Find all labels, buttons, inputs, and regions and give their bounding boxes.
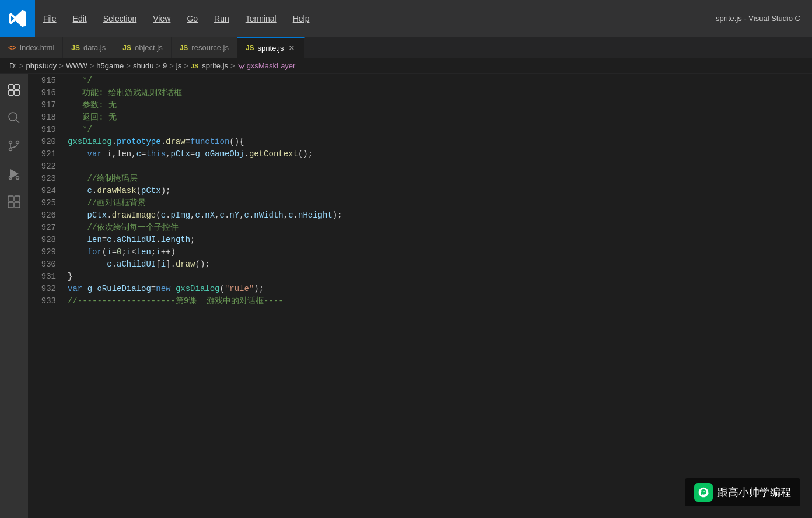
activity-search[interactable] [2, 106, 26, 130]
menu-view[interactable]: View [145, 0, 178, 37]
svg-rect-13 [8, 196, 13, 201]
code-line-932: var g_oRuleDialog=new gxsDialog("rule"); [68, 283, 812, 295]
activity-run-debug[interactable] [2, 162, 26, 186]
breadcrumb-h5game: h5game [96, 61, 124, 70]
vscode-logo [0, 0, 35, 37]
tab-label: resource.js [191, 43, 229, 52]
svg-rect-2 [9, 90, 13, 95]
breadcrumb: D: > phpstudy > WWW > h5game > shudu > 9… [0, 58, 812, 74]
line-numbers: 915 916 917 918 919 920 921 922 923 924 … [28, 74, 63, 518]
svg-rect-14 [15, 196, 20, 201]
code-content: */ 功能: 绘制游戏规则对话框 参数: 无 返回: 无 */ [63, 74, 812, 518]
code-line-928: len=c.aChildUI.length; [68, 234, 812, 246]
svg-point-8 [9, 148, 12, 151]
tab-resource-js[interactable]: JS resource.js [172, 37, 237, 58]
code-line-916: 功能: 绘制游戏规则对话框 [68, 87, 812, 99]
js-icon: JS [123, 44, 131, 52]
menu-edit[interactable]: Edit [65, 0, 95, 37]
breadcrumb-function: gxsMaskLayer [237, 61, 296, 71]
tab-sprite-js[interactable]: JS sprite.js ✕ [237, 37, 305, 58]
svg-rect-0 [9, 85, 13, 89]
svg-line-5 [16, 120, 20, 124]
tab-close-button[interactable]: ✕ [287, 43, 296, 52]
breadcrumb-shudu: shudu [133, 61, 153, 70]
code-line-931: } [68, 271, 812, 283]
tab-bar: <> index.html JS data.js JS object.js JS… [0, 37, 812, 58]
js-icon: JS [246, 44, 254, 52]
tab-data-js[interactable]: JS data.js [63, 37, 114, 58]
tab-object-js[interactable]: JS object.js [114, 37, 171, 58]
tab-label: data.js [83, 43, 106, 52]
code-line-924: c.drawMask(pCtx); [68, 185, 812, 197]
menu-file[interactable]: File [35, 0, 65, 37]
tab-label: object.js [135, 43, 163, 52]
titlebar: File Edit Selection View Go Run Terminal… [0, 0, 812, 37]
activity-bar [0, 74, 28, 518]
svg-rect-1 [15, 85, 19, 89]
breadcrumb-filename: sprite.js [202, 61, 228, 70]
main-layout: 915 916 917 918 919 920 921 922 923 924 … [0, 74, 812, 518]
breadcrumb-www: WWW [66, 61, 88, 70]
menu-help[interactable]: Help [285, 0, 318, 37]
code-line-933: //--------------------第9课 游戏中的对话框---- [68, 295, 812, 307]
code-line-930: c.aChildUI[i].draw(); [68, 258, 812, 271]
code-editor: 915 916 917 918 919 920 921 922 923 924 … [28, 74, 812, 518]
code-line-921: var i,len,c=this,pCtx=g_oGameObj.getCont… [68, 148, 812, 160]
wechat-icon [694, 483, 713, 502]
activity-explorer[interactable] [2, 78, 26, 102]
menu-go[interactable]: Go [178, 0, 206, 37]
code-line-922 [68, 160, 812, 173]
activity-source-control[interactable] [2, 134, 26, 158]
svg-point-7 [16, 141, 19, 144]
breadcrumb-js: js [176, 61, 181, 70]
code-line-926: pCtx.drawImage(c.pImg,c.nX,c.nY,c.nWidth… [68, 209, 812, 222]
svg-point-4 [9, 113, 17, 121]
breadcrumb-drive: D: [9, 61, 17, 70]
code-line-918: 返回: 无 [68, 111, 812, 124]
code-line-923: //绘制掩码层 [68, 173, 812, 185]
breadcrumb-js-icon: JS [191, 62, 198, 69]
code-line-927: //依次绘制每一个子控件 [68, 222, 812, 234]
menu-bar: File Edit Selection View Go Run Terminal… [35, 0, 716, 37]
breadcrumb-phpstudy: phpstudy [26, 61, 57, 70]
breadcrumb-9: 9 [163, 61, 167, 70]
svg-point-12 [16, 177, 19, 180]
window-title: sprite.js - Visual Studio C [716, 14, 812, 23]
watermark-label: 跟高小帅学编程 [718, 485, 791, 499]
menu-run[interactable]: Run [206, 0, 237, 37]
tab-label: index.html [20, 43, 54, 52]
js-icon: JS [180, 44, 188, 52]
code-line-929: for(i=0;i<len;i++) [68, 246, 812, 258]
code-line-920: gxsDialog.prototype.draw=function(){ [68, 136, 812, 148]
menu-selection[interactable]: Selection [95, 0, 145, 37]
svg-point-6 [9, 141, 12, 144]
activity-extensions[interactable] [2, 190, 26, 214]
svg-rect-3 [15, 90, 19, 95]
tab-label: sprite.js [258, 44, 284, 52]
editor-area[interactable]: 915 916 917 918 919 920 921 922 923 924 … [28, 74, 812, 518]
tab-index-html[interactable]: <> index.html [0, 37, 63, 58]
code-line-925: //画对话框背景 [68, 197, 812, 209]
watermark: 跟高小帅学编程 [685, 478, 800, 506]
code-line-919: */ [68, 124, 812, 136]
menu-terminal[interactable]: Terminal [237, 0, 285, 37]
html-icon: <> [8, 44, 16, 52]
code-line-917: 参数: 无 [68, 99, 812, 111]
js-icon: JS [71, 44, 80, 52]
svg-rect-15 [8, 202, 13, 208]
svg-rect-16 [15, 202, 20, 208]
code-line-915: */ [68, 75, 812, 87]
